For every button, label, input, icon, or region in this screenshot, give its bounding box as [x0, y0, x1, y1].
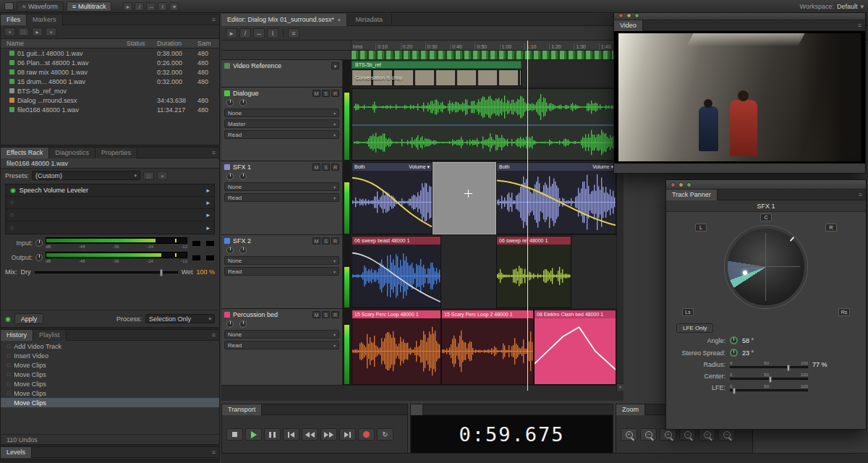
center-slider-thumb[interactable]: [769, 376, 772, 383]
panel-menu-icon[interactable]: ≡: [208, 449, 219, 456]
zoom-out-button[interactable]: −: [640, 428, 657, 441]
mute-button[interactable]: M: [312, 163, 320, 171]
zoom-full-button[interactable]: −: [718, 428, 735, 441]
file-row[interactable]: file0168 48000 1.wav11:34.217480: [1, 105, 219, 114]
snap-icon[interactable]: ≡: [288, 28, 299, 38]
solo-button[interactable]: S: [322, 311, 330, 318]
apply-button[interactable]: Apply: [14, 313, 44, 324]
tab-files[interactable]: Files: [1, 14, 27, 25]
power-off-icon[interactable]: ○: [10, 211, 14, 218]
new-file-icon[interactable]: □: [18, 27, 29, 36]
input-dropdown[interactable]: None▾: [224, 109, 339, 117]
mute-button[interactable]: M: [312, 311, 320, 318]
panel-menu-icon[interactable]: ≡: [854, 22, 865, 29]
input-dropdown[interactable]: None▾: [224, 256, 339, 265]
track-name[interactable]: SFX 1: [233, 163, 310, 171]
pause-button[interactable]: [264, 428, 281, 441]
input-dropdown[interactable]: None▾: [224, 182, 339, 191]
zoom-to-selection-button[interactable]: +: [699, 428, 715, 441]
scroll-down-icon[interactable]: ▾: [617, 383, 624, 391]
video-window[interactable]: Video ≡: [613, 10, 866, 174]
col-duration[interactable]: Duration: [157, 40, 197, 47]
sfx2-clip[interactable]: 06 sweep ref 48000 1: [496, 236, 571, 308]
dialogue-clip[interactable]: [352, 88, 616, 161]
mute-button[interactable]: M: [312, 90, 320, 97]
col-status[interactable]: Status: [127, 40, 157, 47]
tab-properties[interactable]: Properties: [95, 148, 137, 158]
minimize-window-icon[interactable]: [678, 182, 684, 187]
process-dropdown[interactable]: Selection Only ▾: [145, 314, 215, 323]
play-button[interactable]: [245, 428, 262, 441]
history-item[interactable]: □Move Clips: [1, 360, 219, 370]
speaker-right[interactable]: R: [825, 224, 837, 232]
effect-slot-1[interactable]: ◉ Speech Volume Leveler ▸: [6, 184, 214, 197]
waveform-view-button[interactable]: ≈ Waveform: [17, 1, 64, 12]
history-item[interactable]: □Add Video Track: [1, 341, 219, 351]
pan-knob[interactable]: [239, 99, 247, 106]
input-dropdown[interactable]: None▾: [224, 330, 339, 339]
center-slider[interactable]: 050100: [730, 373, 808, 380]
delete-file-icon[interactable]: ×: [46, 27, 56, 36]
volume-knob[interactable]: [226, 320, 234, 328]
effect-slot-4[interactable]: ○▸: [6, 221, 214, 234]
mix-slider-thumb[interactable]: [160, 269, 163, 276]
tab-track-panner[interactable]: Track Panner: [666, 190, 718, 200]
percussion-clip[interactable]: 15 Scary Perc Loop 2 48000 1: [441, 310, 534, 385]
slip-tool-icon[interactable]: ↔: [253, 28, 265, 38]
slip-tool-icon[interactable]: ↔: [146, 2, 156, 11]
power-on-icon[interactable]: ◉: [10, 187, 16, 194]
move-tool-icon[interactable]: ▸: [226, 28, 237, 38]
zoom-out-horizontal-button[interactable]: −: [679, 428, 696, 441]
volume-envelope[interactable]: [352, 245, 441, 307]
sfx1-clip[interactable]: Both Volume ▾: [496, 162, 616, 234]
move-to-previous-button[interactable]: [283, 428, 299, 441]
tab-editor[interactable]: Editor: Dialog Mix 01_surround.sesx* ▾: [221, 14, 347, 26]
history-item-selected[interactable]: □Move Clips: [1, 398, 219, 407]
move-to-next-button[interactable]: [339, 428, 356, 441]
automation-mode-dropdown[interactable]: Read▾: [224, 130, 339, 139]
volume-envelope[interactable]: [352, 171, 432, 234]
history-item[interactable]: □Move Clips: [1, 388, 219, 398]
volume-envelope[interactable]: [535, 318, 616, 384]
tab-diagnostics[interactable]: Diagnostics: [49, 148, 95, 158]
input-gain-knob[interactable]: [35, 239, 43, 247]
fast-forward-button[interactable]: [320, 428, 337, 441]
history-item[interactable]: □Move Clips: [1, 370, 219, 379]
col-sample[interactable]: Sam: [197, 40, 219, 47]
arm-button[interactable]: R: [331, 163, 339, 171]
arm-button[interactable]: R: [331, 311, 339, 318]
save-preset-icon[interactable]: □: [143, 171, 154, 180]
speaker-left-surround[interactable]: Ls: [682, 308, 694, 316]
close-window-icon[interactable]: [618, 13, 624, 18]
panel-menu-icon[interactable]: ≡: [208, 149, 219, 156]
mix-slider[interactable]: [35, 271, 178, 273]
time-panel-grip[interactable]: [411, 404, 423, 415]
file-row[interactable]: Dialog ...rround.sesx34:43.638480: [1, 95, 219, 105]
workspace-switcher[interactable]: Workspace: Default ▾: [800, 3, 864, 10]
panel-menu-icon[interactable]: ≡: [855, 191, 866, 198]
tab-playlist[interactable]: Playlist: [33, 330, 67, 341]
radius-slider-thumb[interactable]: [787, 365, 790, 371]
solo-button[interactable]: S: [322, 237, 330, 245]
track-name[interactable]: Video Reference: [233, 62, 328, 69]
angle-knob[interactable]: [730, 336, 738, 344]
video-audio-clip[interactable]: BTS-5b_ref: [352, 61, 522, 69]
history-item[interactable]: □Insert Video: [1, 351, 219, 360]
presets-dropdown[interactable]: (Custom) ▾: [32, 171, 140, 180]
speaker-right-surround[interactable]: Rs: [838, 308, 850, 316]
lfe-slider-thumb[interactable]: [733, 388, 736, 394]
effect-slot-2[interactable]: ○▸: [6, 197, 214, 209]
automation-mode-dropdown[interactable]: Read▾: [224, 341, 339, 349]
volume-envelope[interactable]: [497, 171, 616, 234]
rack-power-icon[interactable]: ◉: [5, 315, 11, 323]
output-dropdown[interactable]: Master▾: [224, 119, 339, 128]
percussion-clip[interactable]: 15 Scary Perc Loop 48000 1: [352, 310, 441, 385]
clip-envelope-selector[interactable]: Volume ▾: [592, 164, 613, 170]
playhead[interactable]: [527, 41, 528, 391]
pan-knob[interactable]: [239, 320, 247, 328]
video-track-menu-icon[interactable]: ▾: [331, 62, 339, 69]
minimize-window-icon[interactable]: [626, 13, 631, 18]
sfx2-clip[interactable]: 06 sweep beast 48000 1: [352, 236, 441, 308]
power-off-icon[interactable]: ○: [10, 224, 14, 232]
clip-channel-selector[interactable]: Both: [354, 164, 365, 169]
